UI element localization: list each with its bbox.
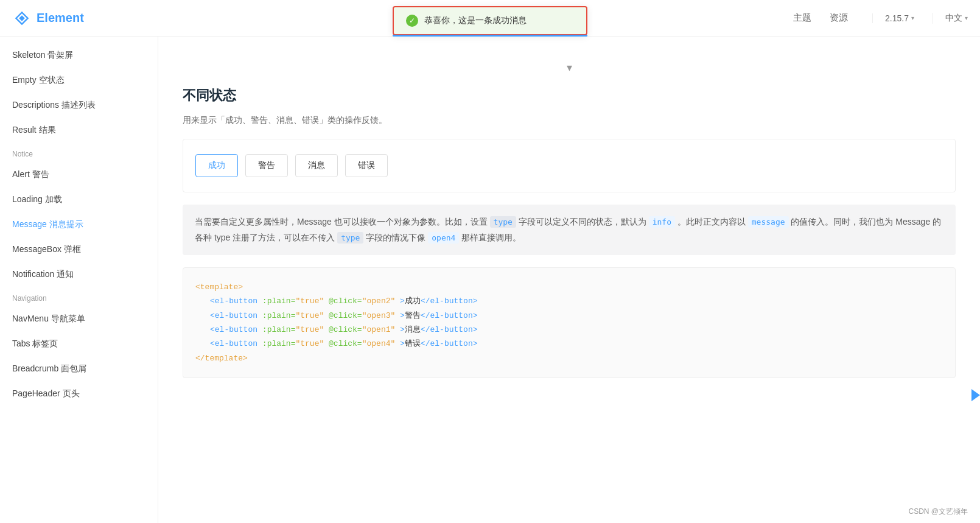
code-template-close: </template> xyxy=(195,351,943,365)
code-line-4: <el-button :plain="true" @click="open4" … xyxy=(195,337,943,351)
code-text-2: 警告 xyxy=(405,311,421,320)
code-close-1: > xyxy=(400,297,405,306)
sidebar: Skeleton 骨架屏 Empty 空状态 Descriptions 描述列表… xyxy=(0,37,158,523)
code-attr-plain-4: :plain= xyxy=(262,339,296,348)
info-code-type2: type xyxy=(337,232,363,244)
header-nav: 主题 资源 2.15.7 ▾ 中文 ▾ xyxy=(793,12,968,24)
info-code-open4: open4 xyxy=(428,232,459,244)
sidebar-section-notice: Notice xyxy=(0,142,158,162)
code-text-3: 消息 xyxy=(405,325,421,334)
element-logo-icon xyxy=(12,9,32,28)
btn-success[interactable]: 成功 xyxy=(195,154,238,177)
footer-watermark: CSDN @文艺倾年 xyxy=(908,507,968,517)
logo-text: Element xyxy=(37,11,84,25)
code-line-2: <el-button :plain="true" @click="open3" … xyxy=(195,309,943,323)
sidebar-item-skeleton[interactable]: Skeleton 骨架屏 xyxy=(0,43,158,68)
toast-progress-bar xyxy=(393,35,587,37)
version-text: 2.15.7 xyxy=(885,13,909,23)
nav-item-resources[interactable]: 资源 xyxy=(830,12,848,24)
sidebar-item-message[interactable]: Message 消息提示 xyxy=(0,212,158,237)
code-text-4: 错误 xyxy=(405,339,421,348)
logo[interactable]: Element xyxy=(12,9,84,28)
header: Element ✓ 恭喜你，这是一条成功消息 主题 资源 2.15.7 ▾ 中文… xyxy=(0,0,980,37)
body: Skeleton 骨架屏 Empty 空状态 Descriptions 描述列表… xyxy=(0,37,980,523)
info-text-6: 那样直接调用。 xyxy=(461,233,521,242)
code-val-click-4: "open4" xyxy=(362,339,396,348)
code-endtag-4: </el-button> xyxy=(421,339,478,348)
sidebar-section-navigation: Navigation xyxy=(0,287,158,306)
code-line-1: <el-button :plain="true" @click="open2" … xyxy=(195,294,943,308)
section-title: 不同状态 xyxy=(183,86,956,105)
lang-text: 中文 xyxy=(945,13,962,24)
toast-success-icon: ✓ xyxy=(406,15,418,27)
btn-error[interactable]: 错误 xyxy=(345,154,388,177)
code-val-click-1: "open2" xyxy=(362,297,396,306)
demo-buttons-row: 成功 警告 消息 错误 xyxy=(195,154,943,177)
code-attr-click-4: @click= xyxy=(329,339,362,348)
toast-text: 恭喜你，这是一条成功消息 xyxy=(424,15,527,26)
code-template-open: <template> xyxy=(195,280,943,294)
nav-item-theme[interactable]: 主题 xyxy=(793,12,811,24)
info-text-2: 字段可以定义不同的状态，默认为 xyxy=(519,217,646,226)
sidebar-item-loading[interactable]: Loading 加载 xyxy=(0,187,158,212)
code-line-3: <el-button :plain="true" @click="open1" … xyxy=(195,323,943,337)
info-code-info: info xyxy=(649,216,675,228)
version-selector[interactable]: 2.15.7 ▾ xyxy=(872,13,914,23)
code-el-button-2: <el-button xyxy=(210,311,257,320)
code-attr-click-2: @click= xyxy=(329,311,362,320)
toast-box: ✓ 恭喜你，这是一条成功消息 xyxy=(393,6,587,35)
code-el-button-3: <el-button xyxy=(210,325,257,334)
code-val-plain-3: "true" xyxy=(295,325,324,334)
code-el-button-1: <el-button xyxy=(210,297,257,306)
code-val-plain-4: "true" xyxy=(295,339,324,348)
code-attr-plain-3: :plain= xyxy=(262,325,296,334)
code-attr-click-3: @click= xyxy=(329,325,362,334)
code-block: <template> <el-button :plain="true" @cli… xyxy=(183,267,956,378)
code-val-click-2: "open3" xyxy=(362,311,396,320)
code-endtag-3: </el-button> xyxy=(421,325,478,334)
sidebar-item-navmenu[interactable]: NavMenu 导航菜单 xyxy=(0,306,158,331)
code-close-4: > xyxy=(400,339,405,348)
info-text-5: 字段的情况下像 xyxy=(366,233,425,242)
info-code-type: type xyxy=(490,216,516,228)
code-text-1: 成功 xyxy=(405,297,421,306)
main-content: ▾ 不同状态 用来显示「成功、警告、消息、错误」类的操作反馈。 成功 警告 消息… xyxy=(158,37,980,523)
code-endtag-2: </el-button> xyxy=(421,311,478,320)
code-close-3: > xyxy=(400,325,405,334)
dropdown-indicator-icon: ▾ xyxy=(183,55,956,86)
toast-notification: ✓ 恭喜你，这是一条成功消息 xyxy=(393,6,587,35)
section-desc: 用来显示「成功、警告、消息、错误」类的操作反馈。 xyxy=(183,113,956,127)
sidebar-item-result[interactable]: Result 结果 xyxy=(0,118,158,142)
info-box: 当需要自定义更多属性时，Message 也可以接收一个对象为参数。比如，设置 t… xyxy=(183,205,956,254)
code-val-click-3: "open1" xyxy=(362,325,396,334)
info-code-message: message xyxy=(748,216,789,228)
btn-message[interactable]: 消息 xyxy=(295,154,338,177)
code-attr-plain-2: :plain= xyxy=(262,311,296,320)
demo-box: 成功 警告 消息 错误 xyxy=(183,139,956,192)
scroll-right-arrow-icon[interactable] xyxy=(971,389,980,401)
info-text-1: 当需要自定义更多属性时，Message 也可以接收一个对象为参数。比如，设置 xyxy=(195,217,488,226)
sidebar-item-notification[interactable]: Notification 通知 xyxy=(0,262,158,287)
info-text-3: 。此时正文内容以 xyxy=(677,217,746,226)
sidebar-item-descriptions[interactable]: Descriptions 描述列表 xyxy=(0,93,158,118)
lang-chevron-icon: ▾ xyxy=(965,15,968,21)
code-close-2: > xyxy=(400,311,405,320)
sidebar-item-alert[interactable]: Alert 警告 xyxy=(0,162,158,187)
code-val-plain-1: "true" xyxy=(295,297,324,306)
code-endtag-1: </el-button> xyxy=(421,297,478,306)
code-val-plain-2: "true" xyxy=(295,311,324,320)
language-selector[interactable]: 中文 ▾ xyxy=(933,13,968,24)
code-attr-click-1: @click= xyxy=(329,297,362,306)
sidebar-item-empty[interactable]: Empty 空状态 xyxy=(0,68,158,93)
sidebar-item-pageheader[interactable]: PageHeader 页头 xyxy=(0,381,158,406)
sidebar-item-breadcrumb[interactable]: Breadcrumb 面包屑 xyxy=(0,356,158,381)
btn-warning[interactable]: 警告 xyxy=(245,154,288,177)
sidebar-item-messagebox[interactable]: MessageBox 弹框 xyxy=(0,237,158,262)
sidebar-item-tabs[interactable]: Tabs 标签页 xyxy=(0,331,158,356)
version-chevron-icon: ▾ xyxy=(911,15,914,21)
code-el-button-4: <el-button xyxy=(210,339,257,348)
code-attr-plain-1: :plain= xyxy=(262,297,296,306)
